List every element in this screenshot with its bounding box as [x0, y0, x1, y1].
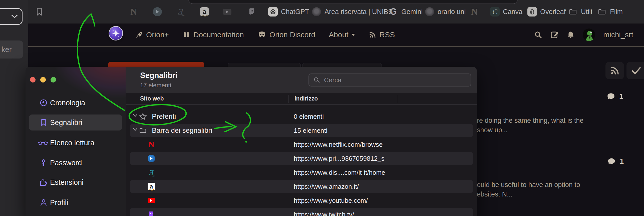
row-url: https://www.amazon.it/ — [294, 180, 359, 194]
chatgpt-icon — [268, 7, 278, 16]
favorite-orario-uni[interactable]: orario uni — [425, 7, 466, 17]
close-window-button[interactable] — [30, 77, 36, 82]
table-row-preferiti[interactable]: Preferiti 0 elementi — [126, 110, 477, 124]
sidebar-item-profili[interactable]: Profili — [26, 196, 126, 210]
nav-link-label: Orion+ — [146, 30, 169, 39]
folder-icon — [597, 7, 607, 16]
window-title: Segnalibri — [140, 71, 178, 80]
screen: ker N Ǝ̰ a ChatGPT — [0, 0, 644, 216]
favorite-canva[interactable]: C Canva — [490, 7, 522, 17]
page-red-button-partial[interactable] — [108, 62, 204, 67]
favorite-folder-film[interactable]: Film — [597, 7, 623, 17]
puzzle-icon — [40, 178, 48, 186]
bookmark-icon[interactable] — [35, 7, 44, 17]
partial-chip-label: ker — [2, 46, 12, 54]
avatar[interactable] — [583, 28, 595, 41]
comment-count-value: 1 — [620, 157, 624, 166]
favorite-label: Film — [610, 8, 623, 16]
zoom-window-button[interactable] — [51, 77, 56, 82]
column-divider[interactable] — [288, 95, 288, 103]
favorite-amazon[interactable]: a — [200, 7, 209, 17]
table-row-amazon[interactable]: a https://www.amazon.it/ — [126, 180, 477, 194]
table-row-netflix[interactable]: N https://www.netflix.com/browse — [126, 138, 477, 152]
bell-icon[interactable] — [567, 30, 575, 39]
nav-link-orion-plus[interactable]: Orion+ — [136, 30, 169, 39]
comment-bubble-icon — [607, 158, 616, 166]
table-row-barra-dei-segnalibri[interactable]: Barra dei segnalibri 15 elementi — [126, 124, 477, 138]
chevron-down-icon[interactable] — [133, 114, 138, 117]
favorite-label: orario uni — [438, 8, 466, 16]
key-icon — [40, 159, 48, 167]
sidebar-item-password[interactable]: Password — [26, 156, 126, 170]
nav-link-orion-discord[interactable]: Orion Discord — [257, 30, 315, 39]
sidebar-item-label: Cronologia — [50, 99, 85, 107]
row-url: https://www.dis....com/it-it/home — [294, 166, 385, 180]
search-icon[interactable] — [534, 31, 542, 39]
bookmarks-window: Cronologia Segnalibri Elenco lettura Pas… — [26, 67, 477, 216]
comment-bubble-icon — [606, 92, 616, 100]
minimize-window-button[interactable] — [40, 77, 46, 82]
comment-count[interactable]: 1 — [607, 157, 624, 166]
discord-icon — [257, 31, 266, 38]
rocket-icon — [136, 31, 143, 38]
username[interactable]: michi_srt — [603, 30, 633, 39]
star-icon — [139, 112, 147, 120]
favorite-prime-video[interactable] — [153, 7, 162, 17]
prime-video-icon — [153, 7, 162, 16]
favorite-netflix[interactable]: N — [129, 7, 138, 17]
nav-link-rss[interactable]: RSS — [369, 30, 395, 39]
rss-feed-button[interactable] — [605, 62, 624, 79]
favorite-unibs[interactable]: Area riservata | UNIBS — [312, 7, 393, 17]
favorite-folder-utili[interactable]: Utili — [568, 7, 592, 17]
window-titlebar: Segnalibri 17 elementi — [126, 67, 477, 93]
url-bar-partial[interactable] — [188, 0, 518, 4]
sidebar-item-cronologia[interactable]: Cronologia — [26, 96, 126, 110]
comment-count[interactable]: 1 — [606, 92, 623, 100]
dropdown-stub[interactable] — [0, 8, 23, 25]
compose-icon[interactable] — [550, 30, 559, 39]
table-row-twitch[interactable]: https://www.twitch.tv/ — [126, 208, 477, 216]
row-name: Preferiti — [152, 110, 176, 124]
table-row-prime-video[interactable]: https://www.pri...9367059812_s — [126, 152, 477, 166]
bookmark-icon — [40, 118, 48, 126]
nav-link-label: About — [329, 30, 348, 39]
sidebar-item-elenco-lettura[interactable]: Elenco lettura — [26, 136, 126, 150]
mark-read-button[interactable] — [626, 62, 644, 79]
favorite-overleaf[interactable]: Overleaf — [527, 7, 566, 17]
netflix-icon: N — [470, 7, 479, 16]
nav-link-about[interactable]: About — [329, 30, 355, 39]
amazon-icon: a — [148, 183, 155, 190]
partial-chip[interactable]: ker — [0, 40, 23, 58]
amazon-icon: a — [200, 7, 209, 16]
favorite-label: Overleaf — [540, 8, 566, 16]
caret-down-icon — [351, 34, 355, 36]
window-subtitle: 17 elementi — [140, 82, 171, 89]
table-row-youtube[interactable]: https://www.youtube.com/ — [126, 194, 477, 208]
favorite-youtube[interactable] — [222, 7, 232, 17]
column-divider[interactable] — [397, 95, 397, 103]
window-main: Segnalibri 17 elementi Sito web Indirizz… — [126, 67, 477, 216]
sidebar-item-estensioni[interactable]: Estensioni — [26, 175, 126, 189]
orion-logo[interactable] — [109, 27, 122, 40]
unibs-crest-icon — [312, 7, 321, 16]
favorite-netflix-2[interactable]: N — [470, 7, 479, 17]
table-row-disney-plus[interactable]: Ǝ̰ https://www.dis....com/it-it/home — [126, 166, 477, 180]
folder-icon — [568, 7, 578, 16]
sidebar-item-label: Estensioni — [50, 178, 84, 186]
favorite-twitch[interactable] — [247, 7, 257, 17]
favorite-gemini[interactable]: G Gemini — [389, 7, 423, 17]
bookmarks-search-field[interactable] — [308, 74, 471, 86]
post-text: ebsites. N... — [477, 190, 513, 198]
person-icon — [40, 198, 48, 206]
sidebar-item-segnalibri[interactable]: Segnalibri — [26, 116, 126, 130]
favorite-disney-plus[interactable]: Ǝ̰ — [176, 7, 185, 17]
favorite-label: ChatGPT — [281, 8, 309, 16]
chevron-down-icon[interactable] — [133, 128, 138, 131]
column-header-indirizzo[interactable]: Indirizzo — [294, 95, 318, 102]
favorite-label: Utili — [581, 8, 592, 16]
column-header-sito-web[interactable]: Sito web — [140, 95, 164, 102]
favorite-chatgpt[interactable]: ChatGPT — [268, 7, 309, 17]
sidebar-item-label: Segnalibri — [50, 118, 82, 127]
search-input[interactable] — [324, 76, 466, 84]
nav-link-documentation[interactable]: Documentation — [182, 30, 244, 39]
